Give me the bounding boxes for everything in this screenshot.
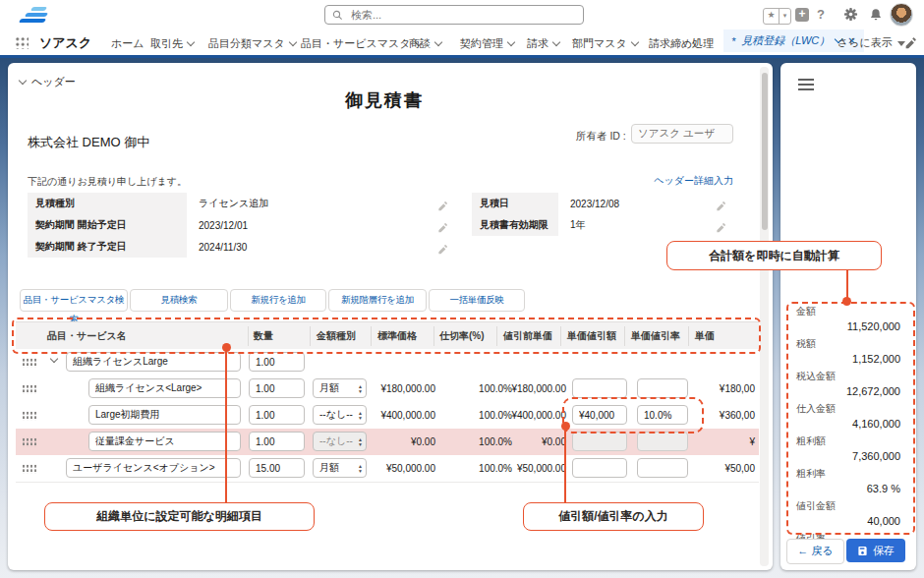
field-row-quote-type: 見積種別 ライセンス追加 (28, 193, 460, 214)
callout-discount: 値引額/値引率の入力 (523, 502, 704, 531)
nav-tab-accounts[interactable]: 取引先 (150, 35, 194, 51)
standard-price: ¥400,000.00 (362, 402, 435, 429)
search-item-service-master-button[interactable]: 品目・サービスマスタ検索 (20, 289, 128, 312)
add-row-button[interactable]: 新規行を追加 (230, 289, 326, 312)
item-name-input[interactable] (66, 458, 241, 478)
drag-handle-icon[interactable] (22, 384, 36, 394)
nav-tab-item-category-master[interactable]: 品目分類マスタ (208, 35, 296, 51)
annotation-connector (225, 350, 227, 503)
nav-tab-home[interactable]: ホーム (111, 35, 144, 51)
edit-pencil-icon[interactable] (437, 198, 449, 209)
field-row-contract-end: 契約期間 終了予定日 2024/11/30 (28, 236, 460, 258)
scrollbar-thumb[interactable] (762, 73, 768, 230)
drag-handle-icon[interactable] (22, 464, 36, 474)
favorites-caret-icon: ▾ (780, 9, 790, 24)
callout-totals: 合計額を即時に自動計算 (666, 241, 882, 270)
quantity-input[interactable] (249, 432, 305, 451)
chevron-down-icon (434, 37, 442, 45)
discount-rate-input[interactable] (637, 458, 688, 478)
quantity-input[interactable] (249, 378, 305, 398)
item-name-input[interactable] (88, 405, 241, 425)
save-disk-icon (857, 546, 868, 556)
discount-rate-input (637, 432, 688, 451)
drag-handle-icon[interactable] (22, 411, 36, 421)
discount-amount-input[interactable] (572, 458, 627, 478)
edit-pencil-icon[interactable] (437, 219, 449, 231)
field-label: 見積日 (472, 193, 558, 214)
drag-handle-icon[interactable] (22, 437, 36, 447)
field-value: 2024/11/30 (187, 242, 247, 253)
favorites-star-icon: ★ (764, 9, 780, 24)
standard-price: ¥0.00 (362, 429, 435, 455)
global-add-button[interactable]: + (795, 8, 809, 22)
field-row-validity: 見積書有効期限 1年 (472, 214, 733, 236)
bulk-unit-price-button[interactable]: 一括単価反映 (429, 289, 525, 312)
item-name-input[interactable] (88, 432, 241, 451)
unit-price: ¥180,00 (692, 376, 755, 402)
edit-nav-pencil-icon[interactable] (904, 35, 917, 48)
edit-pencil-icon[interactable] (716, 219, 727, 231)
discount-amount-input[interactable] (572, 378, 627, 398)
annotation-dot (842, 297, 851, 306)
amount-type-stepper[interactable]: --なし--▲▼ (313, 405, 367, 425)
quantity-input[interactable] (249, 405, 305, 425)
quantity-input[interactable] (249, 458, 305, 478)
field-value: ライセンス追加 (187, 197, 268, 210)
quote-form-panel: ヘッダー 御見積書 所有者 ID : 株式会社 DEMO 御中 下記の通りお見積… (8, 63, 773, 570)
search-icon (332, 10, 343, 21)
field-value: 2023/12/01 (187, 220, 248, 231)
discount-amount-input (572, 432, 627, 451)
chevron-down-icon (19, 77, 27, 85)
back-button[interactable]: ← 戻る (786, 539, 844, 564)
header-section-toggle[interactable]: ヘッダー (20, 75, 76, 89)
pre-discount-price: ¥180,000.00 (493, 376, 566, 402)
field-label: 見積種別 (28, 193, 187, 214)
global-search[interactable] (324, 5, 584, 25)
vertical-scrollbar[interactable] (760, 67, 769, 566)
quantity-input[interactable] (249, 352, 305, 372)
amount-type-stepper[interactable]: 月額▲▼ (313, 378, 367, 398)
edit-pencil-icon[interactable] (716, 198, 727, 209)
annotation-connector (564, 430, 566, 503)
nav-tab-contract-mgmt[interactable]: 契約管理 (460, 35, 514, 51)
drag-handle-icon[interactable] (22, 358, 36, 368)
field-row-quote-date: 見積日 2023/12/08 (472, 193, 733, 214)
menu-icon[interactable] (798, 79, 814, 90)
app-launcher-icon[interactable] (15, 36, 29, 49)
nav-tab-department-master[interactable]: 部門マスタ (572, 35, 638, 51)
annotation-dot (222, 343, 231, 352)
discount-rate-input[interactable] (637, 378, 688, 398)
annotation-discount-outline (562, 397, 704, 434)
standard-price: ¥180,000.00 (362, 376, 435, 402)
soasq-logo-icon (20, 6, 55, 24)
nav-tab-billing-close[interactable]: 請求締め処理 (649, 35, 714, 51)
chevron-down-icon (507, 37, 515, 45)
chevron-down-icon (289, 37, 297, 45)
field-label: 見積書有効期限 (472, 214, 558, 236)
gear-icon[interactable] (843, 7, 858, 22)
save-button[interactable]: 保存 (846, 539, 905, 562)
field-value: 1年 (558, 218, 586, 232)
nav-tab-opportunities[interactable]: 商談 (409, 35, 441, 51)
favorites-control[interactable]: ★ ▾ (763, 8, 791, 25)
chevron-down-icon (631, 37, 639, 45)
bell-icon[interactable] (868, 7, 883, 22)
global-header: ★ ▾ + ? (0, 0, 924, 30)
item-name-input[interactable] (88, 378, 241, 398)
header-detail-link[interactable]: ヘッダー詳細入力 (645, 174, 733, 188)
edit-pencil-icon[interactable] (437, 241, 449, 253)
search-quote-button[interactable]: 見積検索 (130, 289, 228, 312)
amount-type-stepper[interactable]: 月額▲▼ (313, 458, 367, 478)
chevron-down-icon (187, 37, 195, 45)
nav-tab-billing[interactable]: 請求 (527, 35, 559, 51)
nav-more-tabs[interactable]: さらに表示 (837, 35, 905, 50)
item-name-input[interactable] (66, 352, 241, 372)
nav-tab-item-service-master[interactable]: 品目・サービスマスタ (301, 35, 422, 51)
help-icon[interactable]: ? (817, 7, 825, 22)
annotation-dot (561, 422, 570, 431)
avatar[interactable] (890, 3, 913, 27)
owner-field[interactable] (631, 124, 733, 144)
row-chevron-down-icon[interactable] (50, 355, 58, 363)
add-hierarchy-row-button[interactable]: 新規階層行を追加 (328, 289, 427, 312)
search-input[interactable] (349, 8, 576, 22)
